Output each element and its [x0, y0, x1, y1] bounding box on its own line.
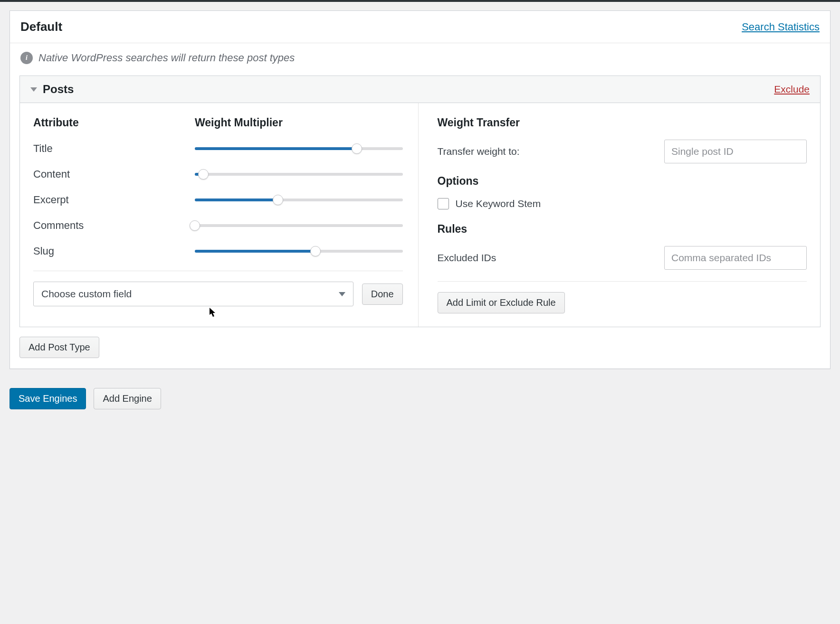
info-text: Native WordPress searches will return th…	[38, 52, 295, 64]
caret-down-icon	[339, 292, 345, 296]
post-type-box: Posts Exclude Attribute Weight Multiplie…	[19, 76, 821, 327]
slider-thumb[interactable]	[198, 169, 209, 180]
attribute-label: Title	[33, 142, 195, 155]
engine-title: Default	[20, 19, 62, 34]
weight-transfer-heading: Weight Transfer	[438, 116, 807, 129]
attribute-label: Content	[33, 168, 195, 180]
slider-track	[195, 173, 403, 176]
attribute-row: Content	[33, 168, 403, 180]
info-row: i Native WordPress searches will return …	[10, 43, 830, 70]
attribute-label: Slug	[33, 245, 195, 257]
add-post-type-button[interactable]: Add Post Type	[19, 337, 99, 358]
attribute-label: Comments	[33, 219, 195, 232]
slider-fill	[195, 199, 278, 201]
slider-thumb[interactable]	[190, 220, 200, 231]
divider	[438, 281, 807, 282]
keyword-stem-label: Use Keyword Stem	[456, 198, 541, 209]
weight-slider[interactable]	[195, 247, 403, 255]
transfer-weight-input[interactable]	[664, 140, 807, 163]
custom-field-placeholder: Choose custom field	[41, 288, 132, 300]
slider-track	[195, 224, 403, 227]
weight-slider[interactable]	[195, 196, 403, 204]
save-engines-button[interactable]: Save Engines	[10, 388, 86, 409]
footer-actions: Save Engines Add Engine	[10, 388, 830, 409]
attribute-heading: Attribute	[33, 116, 195, 129]
slider-thumb[interactable]	[352, 143, 362, 154]
keyword-stem-row[interactable]: Use Keyword Stem	[438, 198, 807, 209]
slider-thumb[interactable]	[273, 195, 283, 205]
custom-field-select[interactable]: Choose custom field	[33, 282, 353, 306]
excluded-ids-row: Excluded IDs	[438, 246, 807, 270]
attribute-label: Excerpt	[33, 194, 195, 206]
top-strip	[0, 0, 840, 2]
options-heading: Options	[438, 175, 807, 188]
weight-slider[interactable]	[195, 144, 403, 153]
excluded-ids-input[interactable]	[664, 246, 807, 270]
weight-slider[interactable]	[195, 221, 403, 230]
add-engine-button[interactable]: Add Engine	[94, 388, 161, 409]
attribute-row: Slug	[33, 245, 403, 257]
options-column: Weight Transfer Transfer weight to: Opti…	[419, 103, 821, 327]
transfer-weight-label: Transfer weight to:	[438, 146, 520, 157]
post-type-header[interactable]: Posts Exclude	[20, 76, 820, 103]
weight-heading: Weight Multiplier	[195, 116, 283, 129]
transfer-weight-row: Transfer weight to:	[438, 140, 807, 163]
post-type-title: Posts	[43, 83, 74, 96]
weight-slider[interactable]	[195, 170, 403, 179]
attribute-row: Excerpt	[33, 194, 403, 206]
attribute-row: Comments	[33, 219, 403, 232]
attribute-row: Title	[33, 142, 403, 155]
exclude-link[interactable]: Exclude	[774, 84, 810, 95]
rules-heading: Rules	[438, 223, 807, 236]
divider	[33, 271, 403, 271]
info-icon: i	[20, 52, 33, 64]
add-rule-button[interactable]: Add Limit or Exclude Rule	[438, 292, 565, 313]
post-type-body: Attribute Weight Multiplier TitleContent…	[20, 103, 820, 327]
engine-panel: Default Search Statistics i Native WordP…	[10, 10, 830, 369]
search-statistics-link[interactable]: Search Statistics	[742, 21, 820, 33]
done-button[interactable]: Done	[362, 284, 403, 305]
attributes-column: Attribute Weight Multiplier TitleContent…	[20, 103, 419, 327]
excluded-ids-label: Excluded IDs	[438, 252, 496, 264]
custom-field-row: Choose custom field Done	[33, 282, 403, 306]
slider-fill	[195, 250, 315, 253]
panel-header: Default Search Statistics	[10, 11, 830, 43]
slider-thumb[interactable]	[310, 246, 321, 256]
chevron-down-icon	[30, 87, 37, 92]
keyword-stem-checkbox[interactable]	[438, 198, 449, 209]
slider-fill	[195, 147, 357, 150]
